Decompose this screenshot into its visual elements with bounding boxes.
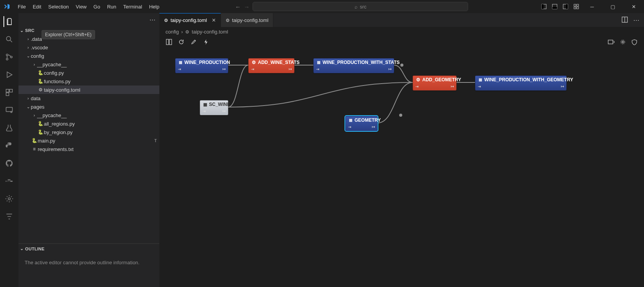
breadcrumb-item[interactable]: config (166, 29, 179, 35)
refresh-icon[interactable] (178, 39, 185, 45)
menu-run[interactable]: Run (104, 2, 119, 11)
port-in-icon[interactable]: ⇥ (202, 109, 206, 113)
tab-label: taipy-config.toml (171, 17, 207, 23)
menu-terminal[interactable]: Terminal (120, 2, 145, 11)
node-label: ADD_GEOMETRY (422, 77, 461, 82)
layout-icon[interactable] (166, 39, 172, 45)
tree-file[interactable]: 🐍main.pyT (18, 136, 159, 145)
tree-file[interactable]: 🐍by_region.py (18, 128, 159, 136)
chevron-down-icon: ⌄ (25, 54, 31, 59)
port-in-icon[interactable]: ⇥ (251, 67, 254, 71)
editor-tabs: taipy-config.toml✕taipy-config.toml ⋯ (159, 13, 644, 27)
explorer-tooltip: Explorer (Ctrl+Shift+E) (42, 30, 95, 39)
window-maximize-button[interactable]: ▢ (605, 1, 621, 12)
close-icon[interactable]: ✕ (212, 17, 216, 23)
breadcrumb[interactable]: config › taipy-config.toml (159, 27, 644, 36)
tree-file[interactable]: 🐍all_regions.py (18, 119, 159, 128)
tree-item-label: all_regions.py (44, 121, 159, 127)
port-out-icon[interactable]: ↦ (372, 125, 375, 129)
tree-folder[interactable]: ›.vscode (18, 43, 159, 52)
split-editor-icon[interactable] (622, 17, 628, 24)
diagram-node-aws[interactable]: ADD_WINE_STATS⇥↦ (248, 58, 294, 73)
activity-source-control-icon[interactable] (4, 52, 15, 62)
panel-icon-1[interactable] (608, 39, 615, 45)
window-close-button[interactable]: ✕ (626, 1, 642, 12)
text-file-icon: ≡ (31, 146, 38, 152)
diagram-node-geo[interactable]: GEOMETRY⇥↦ (345, 116, 378, 131)
port-out-icon[interactable]: ↦ (222, 67, 226, 71)
node-label: SC_WINE (209, 102, 230, 107)
activity-python-icon[interactable] (4, 140, 15, 151)
tree-file[interactable]: 🐍config.py (18, 69, 159, 77)
menu-view[interactable]: View (73, 2, 90, 11)
command-center[interactable]: ⌕ src (253, 2, 468, 11)
activity-github-icon[interactable] (4, 158, 15, 169)
tab-label: taipy-config.toml (232, 17, 269, 23)
outline-header[interactable]: ⌄ OUTLINE (18, 243, 159, 253)
port-out-icon[interactable]: ↦ (561, 84, 564, 89)
menu-edit[interactable]: Edit (30, 2, 44, 11)
activity-testing-icon[interactable] (4, 123, 15, 133)
nav-back-icon[interactable]: ← (235, 3, 241, 10)
tree-folder[interactable]: ›__pycache__ (18, 60, 159, 69)
nav-forward-icon[interactable]: → (244, 3, 249, 10)
tree-folder[interactable]: ⌄config (18, 52, 159, 60)
panel-icon-2[interactable] (619, 39, 626, 45)
outline-empty-message: The active editor cannot provide outline… (23, 257, 155, 269)
layout-toggle-primary-icon[interactable] (541, 3, 547, 10)
activity-settings-gear-icon[interactable] (4, 193, 15, 204)
activity-filter-icon[interactable] (4, 211, 15, 222)
menu-go[interactable]: Go (90, 2, 103, 11)
tree-item-label: __pycache__ (37, 112, 159, 118)
editor-tab[interactable]: taipy-config.toml (221, 13, 274, 27)
diagram-node-wps[interactable]: WINE_PRODUCTION_WITH_STATS⇥↦ (313, 58, 394, 73)
tree-file[interactable]: ≡requirements.txt (18, 145, 159, 153)
chevron-right-icon: › (32, 113, 37, 117)
editor-tab[interactable]: taipy-config.toml✕ (159, 13, 221, 27)
tree-folder[interactable]: ›__pycache__ (18, 111, 159, 119)
window-minimize-button[interactable]: ─ (584, 1, 600, 12)
port-in-icon[interactable]: ⇥ (178, 67, 181, 71)
menu-help[interactable]: Help (146, 2, 162, 11)
tree-folder[interactable]: ›data (18, 94, 159, 102)
activity-explorer-icon[interactable] (3, 16, 14, 27)
node-label: WINE_PRODUCTION (184, 60, 230, 65)
svg-point-28 (399, 114, 402, 117)
port-out-icon[interactable]: ↦ (451, 84, 454, 89)
diagram-node-wp[interactable]: WINE_PRODUCTION⇥↦ (175, 58, 228, 73)
diagram-canvas[interactable]: WINE_PRODUCTION⇥↦ADD_WINE_STATS⇥↦WINE_PR… (159, 48, 644, 287)
activity-docker-icon[interactable] (4, 176, 15, 186)
activity-remote-icon[interactable] (4, 105, 15, 116)
activity-search-icon[interactable] (4, 34, 15, 45)
diagram-node-wpg[interactable]: WINE_PRODUCTION_WITH_GEOMETRY⇥↦ (475, 76, 567, 91)
activity-extensions-icon[interactable] (4, 87, 15, 98)
port-out-icon[interactable]: ↦ (388, 67, 391, 71)
layout-customize-icon[interactable] (573, 3, 579, 10)
chevron-right-icon: › (25, 96, 31, 101)
port-in-icon[interactable]: ⇥ (348, 125, 351, 129)
tree-file[interactable]: 🐍functions.py (18, 77, 159, 86)
lightning-icon[interactable] (202, 39, 209, 45)
port-in-icon[interactable]: ⇥ (478, 84, 481, 89)
port-in-icon[interactable]: ⇥ (415, 84, 418, 89)
port-in-icon[interactable]: ⇥ (316, 67, 319, 71)
edit-icon[interactable] (190, 39, 197, 45)
diagram-edges (159, 48, 644, 287)
port-out-icon[interactable]: ↦ (222, 109, 226, 113)
sidebar-more-icon[interactable]: ⋯ (149, 16, 156, 23)
port-out-icon[interactable]: ↦ (289, 67, 292, 71)
diagram-node-ag[interactable]: ADD_GEOMETRY⇥↦ (413, 76, 457, 91)
more-actions-icon[interactable]: ⋯ (633, 17, 639, 24)
svg-rect-8 (574, 7, 576, 9)
activity-run-debug-icon[interactable] (4, 69, 15, 80)
layout-toggle-secondary-icon[interactable] (562, 3, 569, 10)
menu-file[interactable]: File (15, 2, 29, 11)
gear-icon (252, 60, 256, 65)
diagram-node-sc[interactable]: SC_WINE⇥↦ (200, 100, 228, 115)
tree-file[interactable]: taipy-config.toml (18, 86, 159, 94)
layout-toggle-panel-icon[interactable] (552, 3, 558, 10)
menu-selection[interactable]: Selection (45, 2, 72, 11)
tree-folder[interactable]: ⌄pages (18, 102, 159, 111)
panel-icon-3[interactable] (631, 39, 638, 45)
breadcrumb-item[interactable]: taipy-config.toml (192, 29, 228, 35)
